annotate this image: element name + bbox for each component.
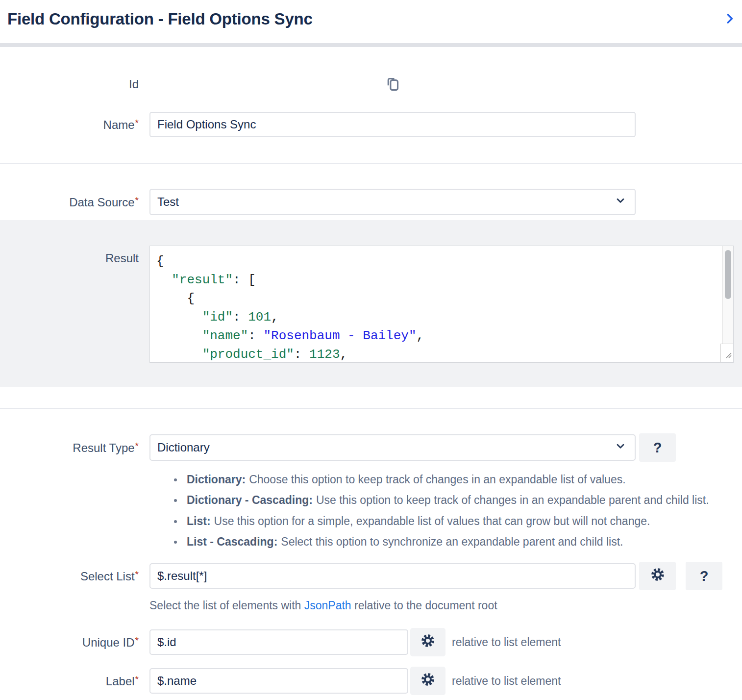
jsonpath-link[interactable]: JsonPath: [304, 599, 351, 612]
required-asterisk: *: [135, 195, 139, 205]
jsonpath-hint: Select the list of elements with JsonPat…: [149, 599, 742, 612]
relative-note: relative to list element: [452, 636, 561, 649]
textarea-resize-handle[interactable]: [720, 344, 733, 362]
resize-grip-icon: [724, 351, 732, 360]
gear-icon: [650, 567, 666, 586]
option-term: Dictionary - Cascading:: [187, 494, 313, 506]
required-asterisk: *: [135, 569, 139, 579]
id-label: Id: [0, 77, 139, 91]
section-divider: [0, 163, 742, 164]
name-input[interactable]: [149, 112, 636, 137]
result-textarea[interactable]: { "result": [ { "id": 101, "name": "Rose…: [149, 246, 734, 363]
name-row: Name*: [0, 112, 742, 137]
list-item: List:Use this option for a simple, expan…: [174, 515, 742, 527]
panel-header: Field Configuration - Field Options Sync: [0, 0, 742, 43]
header-divider: [0, 43, 742, 47]
result-type-row: Result Type* Dictionary ?: [0, 433, 742, 462]
option-desc: Use this option for a simple, expandable…: [214, 515, 650, 527]
result-scrollbar-track[interactable]: [722, 246, 733, 344]
result-row: Result { "result": [ { "id": 101, "name"…: [0, 246, 742, 363]
relative-note: relative to list element: [452, 675, 561, 688]
result-section: Result { "result": [ { "id": 101, "name"…: [0, 220, 742, 387]
select-list-label: Select List*: [0, 569, 139, 583]
question-mark-icon: ?: [700, 568, 709, 584]
label-settings-button[interactable]: [410, 667, 445, 695]
option-desc: Use this option to keep track of changes…: [316, 494, 709, 506]
data-source-selected-value: Test: [157, 195, 179, 209]
chevron-down-icon: [614, 440, 627, 455]
required-asterisk: *: [135, 118, 139, 128]
option-desc: Select this option to synchronize an exp…: [281, 536, 623, 548]
result-scrollbar-thumb[interactable]: [725, 250, 731, 299]
result-code: { "result": [ { "id": 101, "name": "Rose…: [150, 246, 733, 363]
result-label: Result: [0, 246, 139, 265]
data-source-row: Data Source* Test: [0, 189, 742, 215]
unique-id-label: Unique ID*: [0, 635, 139, 650]
section-divider: [0, 408, 742, 409]
label-input[interactable]: [149, 668, 408, 694]
chevron-down-icon: [614, 194, 627, 210]
name-label: Name*: [0, 118, 139, 132]
field-configuration-panel: Field Configuration - Field Options Sync…: [0, 0, 742, 700]
copy-icon: [384, 75, 402, 94]
select-list-row: Select List* ?: [0, 562, 742, 590]
select-list-input[interactable]: [149, 563, 636, 589]
gear-icon: [420, 672, 436, 691]
copy-id-button[interactable]: [384, 75, 402, 94]
list-item: List - Cascading:Select this option to s…: [174, 536, 742, 548]
chevron-right-icon: [722, 11, 737, 27]
result-type-select[interactable]: Dictionary: [149, 434, 636, 461]
data-source-select[interactable]: Test: [149, 189, 636, 215]
unique-id-settings-button[interactable]: [410, 628, 445, 656]
result-type-help-button[interactable]: ?: [639, 433, 676, 462]
option-term: List - Cascading:: [187, 536, 277, 548]
gear-icon: [420, 633, 436, 652]
question-mark-icon: ?: [653, 440, 662, 456]
required-asterisk: *: [135, 635, 139, 646]
option-desc: Choose this option to keep track of chan…: [249, 474, 625, 486]
result-type-label: Result Type*: [0, 441, 139, 455]
unique-id-input[interactable]: [149, 629, 408, 655]
id-row: Id: [0, 75, 742, 94]
result-type-options-list: Dictionary:Choose this option to keep tr…: [174, 474, 742, 548]
label-row: Label* relative to list element: [0, 667, 742, 695]
list-item: Dictionary:Choose this option to keep tr…: [174, 474, 742, 486]
label-field-label: Label*: [0, 674, 139, 688]
unique-id-row: Unique ID* relative to list element: [0, 628, 742, 656]
option-term: List:: [187, 515, 211, 527]
select-list-settings-button[interactable]: [639, 562, 676, 590]
page-title: Field Configuration - Field Options Sync: [7, 10, 313, 28]
option-term: Dictionary:: [187, 474, 246, 486]
required-asterisk: *: [135, 441, 139, 451]
list-item: Dictionary - Cascading:Use this option t…: [174, 494, 742, 506]
data-source-label: Data Source*: [0, 195, 139, 209]
result-type-selected-value: Dictionary: [157, 441, 210, 454]
collapse-panel-button[interactable]: [722, 11, 737, 27]
select-list-help-button[interactable]: ?: [686, 562, 722, 590]
required-asterisk: *: [135, 674, 139, 684]
